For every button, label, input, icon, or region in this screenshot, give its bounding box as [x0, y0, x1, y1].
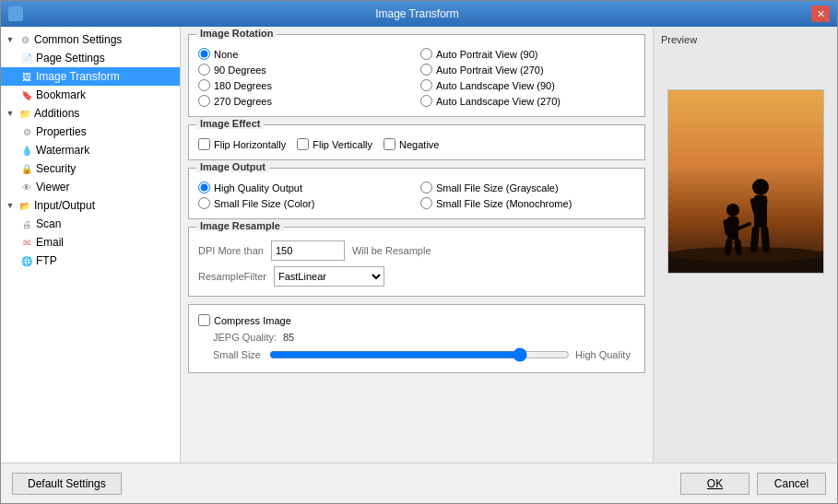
properties-icon: ⚙: [19, 124, 34, 139]
flip-v-label: Flip Vertically: [313, 139, 372, 150]
sidebar-label-viewer: Viewer: [36, 181, 69, 193]
sidebar-item-common-settings[interactable]: ▼ ⚙ Common Settings: [1, 30, 180, 49]
rotation-auto-portrait-90[interactable]: Auto Portrait View (90): [420, 48, 635, 60]
email-icon: ✉: [19, 235, 34, 250]
resample-filter-select[interactable]: FastLinear Linear Cubic Lanczos: [274, 266, 384, 287]
effect-flip-v[interactable]: Flip Vertically: [297, 138, 372, 150]
svg-point-10: [726, 204, 739, 217]
cancel-button[interactable]: Cancel: [757, 473, 826, 495]
rotation-90-label: 90 Degrees: [214, 64, 266, 76]
titlebar-controls: ✕: [811, 6, 830, 22]
preview-panel: Preview: [653, 27, 837, 463]
size-row: Small Size High Quality: [213, 346, 635, 363]
effect-options: Flip Horizontally Flip Vertically Negati…: [198, 135, 635, 150]
sidebar-label-page-settings: Page Settings: [36, 52, 105, 64]
viewer-icon: 👁: [19, 180, 34, 194]
image-effect-section: Image Effect Flip Horizontally Flip Vert…: [188, 124, 645, 160]
sidebar-item-input-output[interactable]: ▼ 📂 Input/Output: [1, 196, 180, 215]
rotation-ap270-label: Auto Portrait View (270): [436, 64, 544, 76]
high-quality-label: High Quality: [575, 349, 635, 360]
image-effect-legend: Image Effect: [196, 118, 264, 129]
rotation-270-label: 270 Degrees: [214, 96, 272, 107]
default-settings-button[interactable]: Default Settings: [12, 473, 122, 495]
output-high-quality[interactable]: High Quality Output: [198, 182, 413, 193]
output-small-grayscale[interactable]: Small File Size (Grayscale): [420, 182, 635, 193]
rotation-auto-portrait-270[interactable]: Auto Portrait View (270): [420, 64, 635, 76]
rotation-auto-landscape-90[interactable]: Auto Landscape View (90): [420, 79, 635, 91]
sidebar-label-watermark: Watermark: [36, 144, 89, 157]
negative-label: Negative: [399, 139, 439, 150]
app-icon: [8, 6, 23, 21]
sidebar-item-scan[interactable]: 🖨 Scan: [1, 215, 180, 233]
dpi-input[interactable]: [271, 240, 345, 261]
flip-h-label: Flip Horizontally: [214, 139, 286, 150]
rotation-none-label: None: [214, 49, 238, 60]
output-hq-label: High Quality Output: [214, 182, 302, 193]
security-icon: 🔒: [19, 161, 34, 176]
rotation-options: None Auto Portrait View (90) 90 Degrees: [198, 44, 635, 107]
sidebar-label-common-settings: Common Settings: [34, 33, 122, 46]
transform-icon: 🖼: [19, 69, 34, 84]
will-be-resample-label: Will be Resample: [352, 245, 431, 256]
sidebar-label-email: Email: [36, 236, 64, 249]
rotation-ap90-label: Auto Portrait View (90): [436, 49, 537, 60]
rotation-270[interactable]: 270 Degrees: [198, 95, 413, 107]
watermark-icon: 💧: [19, 143, 34, 158]
jpeg-quality-row: JEPG Quality: 85: [213, 332, 635, 343]
sidebar-item-viewer[interactable]: 👁 Viewer: [1, 178, 180, 196]
ftp-icon: 🌐: [19, 253, 34, 268]
image-rotation-legend: Image Rotation: [196, 28, 277, 39]
output-small-monochrome[interactable]: Small File Size (Monochrome): [420, 197, 635, 209]
sidebar-item-properties[interactable]: ⚙ Properties: [1, 123, 180, 141]
jpeg-quality-value: 85: [283, 332, 311, 343]
output-small-color[interactable]: Small File Size (Color): [198, 197, 413, 209]
folder-icon: 📁: [18, 106, 32, 121]
compress-label: Compress Image: [214, 315, 291, 326]
io-icon: 📂: [18, 198, 32, 213]
gear-icon: ⚙: [18, 32, 32, 47]
sidebar-label-additions: Additions: [34, 107, 79, 120]
rotation-auto-landscape-270[interactable]: Auto Landscape View (270): [420, 95, 635, 107]
sidebar-item-additions[interactable]: ▼ 📁 Additions: [1, 104, 180, 123]
sidebar-item-bookmark[interactable]: 🔖 Bookmark: [1, 86, 180, 104]
image-output-legend: Image Output: [196, 161, 269, 172]
sidebar: ▼ ⚙ Common Settings 📄 Page Settings 🖼 Im…: [1, 27, 181, 463]
output-options: High Quality Output Small File Size (Gra…: [198, 178, 635, 209]
sidebar-item-ftp[interactable]: 🌐 FTP: [1, 252, 180, 270]
expand-icon: ▼: [5, 34, 16, 45]
sidebar-label-security: Security: [36, 162, 76, 175]
sidebar-item-email[interactable]: ✉ Email: [1, 233, 180, 252]
svg-point-3: [668, 247, 823, 262]
sidebar-item-security[interactable]: 🔒 Security: [1, 159, 180, 178]
preview-image-container: [667, 89, 824, 274]
rotation-180[interactable]: 180 Degrees: [198, 79, 413, 91]
main-content: ▼ ⚙ Common Settings 📄 Page Settings 🖼 Im…: [1, 27, 837, 463]
titlebar: Image Transform ✕: [1, 1, 837, 27]
close-button[interactable]: ✕: [811, 6, 830, 22]
compress-section: Compress Image JEPG Quality: 85 Small Si…: [188, 304, 645, 373]
main-window: Image Transform ✕ ▼ ⚙ Common Settings 📄 …: [0, 0, 838, 504]
footer-right: OK Cancel: [680, 473, 826, 495]
rotation-90[interactable]: 90 Degrees: [198, 64, 413, 76]
right-panel: Image Rotation None Auto Portrait View (…: [181, 27, 837, 463]
sidebar-item-page-settings[interactable]: 📄 Page Settings: [1, 49, 180, 67]
quality-slider[interactable]: [269, 346, 570, 363]
sidebar-label-bookmark: Bookmark: [36, 88, 86, 101]
preview-title: Preview: [661, 34, 697, 45]
window-title: Image Transform: [23, 7, 811, 20]
rotation-180-label: 180 Degrees: [214, 80, 272, 91]
sidebar-item-watermark[interactable]: 💧 Watermark: [1, 141, 180, 159]
output-sg-label: Small File Size (Grayscale): [436, 182, 559, 193]
bookmark-icon: 🔖: [19, 88, 34, 102]
ok-button[interactable]: OK: [680, 473, 749, 495]
dpi-more-than-label: DPI More than: [198, 245, 264, 256]
settings-area: Image Rotation None Auto Portrait View (…: [181, 27, 653, 463]
effect-flip-h[interactable]: Flip Horizontally: [198, 138, 286, 150]
image-resample-legend: Image Resample: [196, 220, 284, 231]
compress-checkbox[interactable]: [198, 314, 210, 326]
resample-filter-label: ResampleFilter: [198, 271, 266, 282]
sidebar-label-ftp: FTP: [36, 254, 57, 267]
sidebar-item-image-transform[interactable]: 🖼 Image Transform: [1, 67, 180, 86]
rotation-none[interactable]: None: [198, 48, 413, 60]
effect-negative[interactable]: Negative: [384, 138, 439, 150]
